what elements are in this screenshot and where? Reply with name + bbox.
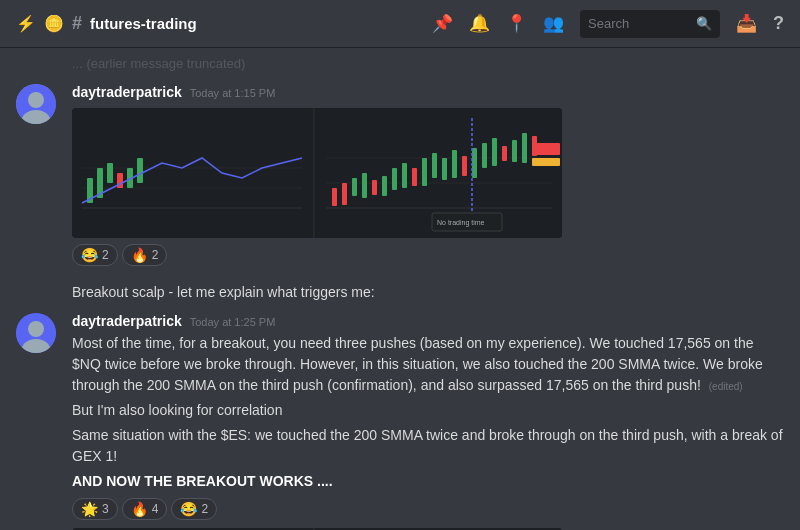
notification-icon[interactable]: 🔔 bbox=[469, 13, 490, 34]
breakout-label: Breakout scalp - let me explain what tri… bbox=[72, 282, 784, 303]
svg-rect-20 bbox=[342, 183, 347, 205]
channel-name: futures-trading bbox=[90, 15, 197, 32]
svg-rect-32 bbox=[462, 156, 467, 176]
help-icon[interactable]: ? bbox=[773, 13, 784, 34]
svg-rect-15 bbox=[137, 158, 143, 183]
top-bar-right: 📌 🔔 📍 👥 🔍 📥 ? bbox=[432, 10, 784, 38]
message-text-2a: Most of the time, for a breakout, you ne… bbox=[72, 333, 784, 396]
avatar-1 bbox=[16, 84, 56, 124]
timestamp-1: Today at 1:15 PM bbox=[190, 87, 276, 99]
reactions-1: 😂 2 🔥 2 bbox=[72, 244, 784, 266]
coin-icon: 🪙 bbox=[44, 14, 64, 33]
svg-rect-27 bbox=[412, 168, 417, 186]
svg-rect-28 bbox=[422, 158, 427, 186]
laugh-emoji: 😂 bbox=[81, 247, 98, 263]
message-content-1: daytraderpatrick Today at 1:15 PM bbox=[72, 84, 784, 266]
fire-emoji: 🔥 bbox=[131, 247, 148, 263]
reaction-star-2[interactable]: 🌟 3 bbox=[72, 498, 118, 520]
laugh-count-2: 2 bbox=[201, 502, 208, 516]
svg-rect-12 bbox=[107, 163, 113, 183]
username-1: daytraderpatrick bbox=[72, 84, 182, 100]
laugh-count: 2 bbox=[102, 248, 109, 262]
chat-area: ... (earlier message truncated) daytrade… bbox=[0, 48, 800, 530]
top-bar-left: ⚡ 🪙 # futures-trading bbox=[16, 13, 424, 34]
top-bar: ⚡ 🪙 # futures-trading 📌 🔔 📍 👥 🔍 📥 ? bbox=[0, 0, 800, 48]
svg-rect-26 bbox=[402, 163, 407, 188]
svg-rect-38 bbox=[522, 133, 527, 163]
svg-rect-24 bbox=[382, 176, 387, 196]
edited-tag: (edited) bbox=[709, 381, 743, 392]
star-count: 3 bbox=[102, 502, 109, 516]
svg-rect-37 bbox=[512, 140, 517, 162]
fire-count-2: 4 bbox=[152, 502, 159, 516]
reaction-fire-2[interactable]: 🔥 4 bbox=[122, 498, 168, 520]
fire-count: 2 bbox=[152, 248, 159, 262]
avatar-2 bbox=[16, 313, 56, 353]
message-text-2c: Same situation with the $ES: we touched … bbox=[72, 425, 784, 467]
reaction-laugh-1[interactable]: 😂 2 bbox=[72, 244, 118, 266]
svg-text:No trading time: No trading time bbox=[437, 219, 485, 227]
messages-container[interactable]: ... (earlier message truncated) daytrade… bbox=[0, 48, 800, 530]
chart-image-1[interactable]: No trading time bbox=[72, 108, 572, 238]
message-content-2: daytraderpatrick Today at 1:25 PM Most o… bbox=[72, 313, 784, 530]
svg-point-1 bbox=[28, 92, 44, 108]
truncated-message: ... (earlier message truncated) bbox=[16, 56, 784, 76]
hash-icon: # bbox=[72, 13, 82, 34]
svg-rect-40 bbox=[532, 143, 560, 155]
bolt-icon: ⚡ bbox=[16, 14, 36, 33]
members-icon[interactable]: 👥 bbox=[543, 13, 564, 34]
svg-rect-35 bbox=[492, 138, 497, 166]
svg-rect-30 bbox=[442, 158, 447, 180]
svg-rect-29 bbox=[432, 153, 437, 178]
message-text-2b: But I'm also looking for correlation bbox=[72, 400, 784, 421]
svg-rect-34 bbox=[482, 143, 487, 168]
timestamp-2: Today at 1:25 PM bbox=[190, 316, 276, 328]
breakout-text: Breakout scalp - let me explain what tri… bbox=[72, 284, 375, 300]
search-input[interactable] bbox=[588, 16, 688, 31]
reaction-fire-1[interactable]: 🔥 2 bbox=[122, 244, 168, 266]
svg-rect-25 bbox=[392, 168, 397, 190]
svg-rect-23 bbox=[372, 180, 377, 195]
reaction-laugh-2[interactable]: 😂 2 bbox=[171, 498, 217, 520]
laugh-emoji-2: 😂 bbox=[180, 501, 197, 517]
svg-rect-36 bbox=[502, 146, 507, 161]
inbox-icon[interactable]: 📥 bbox=[736, 13, 757, 34]
search-bar[interactable]: 🔍 bbox=[580, 10, 720, 38]
message-group-1: daytraderpatrick Today at 1:15 PM bbox=[16, 84, 784, 266]
pins-icon[interactable]: 📌 bbox=[432, 13, 453, 34]
message-group-2: daytraderpatrick Today at 1:25 PM Most o… bbox=[16, 313, 784, 530]
svg-rect-41 bbox=[532, 158, 560, 166]
search-icon: 🔍 bbox=[696, 16, 712, 31]
chart-svg-1: No trading time bbox=[72, 108, 562, 238]
star-emoji: 🌟 bbox=[81, 501, 98, 517]
username-2: daytraderpatrick bbox=[72, 313, 182, 329]
fire-emoji-2: 🔥 bbox=[131, 501, 148, 517]
pinned-icon[interactable]: 📍 bbox=[506, 13, 527, 34]
avatar-svg-2 bbox=[16, 313, 56, 353]
svg-rect-19 bbox=[332, 188, 337, 206]
message-header-2: daytraderpatrick Today at 1:25 PM bbox=[72, 313, 784, 329]
message-header-1: daytraderpatrick Today at 1:15 PM bbox=[72, 84, 784, 100]
avatar-svg-1 bbox=[16, 84, 56, 124]
main-content: ... (earlier message truncated) daytrade… bbox=[0, 48, 800, 530]
svg-rect-31 bbox=[452, 150, 457, 178]
message-text-2d: AND NOW THE BREAKOUT WORKS .... bbox=[72, 471, 784, 492]
svg-rect-21 bbox=[352, 178, 357, 196]
svg-point-46 bbox=[28, 321, 44, 337]
svg-rect-22 bbox=[362, 173, 367, 198]
reactions-2: 🌟 3 🔥 4 😂 2 bbox=[72, 498, 784, 520]
